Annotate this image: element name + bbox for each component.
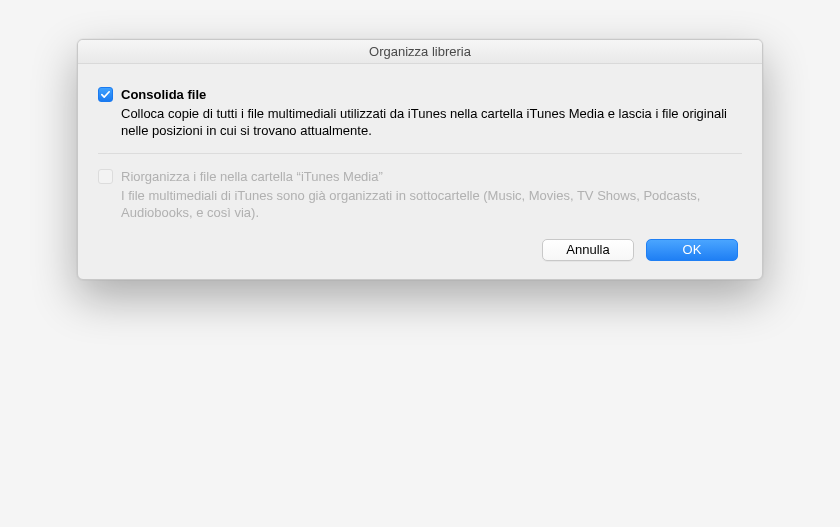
- reorganize-files-checkbox: [98, 169, 113, 184]
- consolidate-files-checkbox[interactable]: [98, 87, 113, 102]
- dialog-content: Consolida file Colloca copie di tutti i …: [78, 64, 762, 279]
- cancel-button[interactable]: Annulla: [542, 239, 634, 261]
- consolidate-files-label: Consolida file: [121, 86, 742, 103]
- reorganize-files-description: I file multimediali di iTunes sono già o…: [121, 185, 742, 221]
- organize-library-dialog: Organizza libreria Consolida file Colloc…: [77, 39, 763, 280]
- reorganize-files-label: Riorganizza i file nella cartella “iTune…: [121, 168, 742, 185]
- consolidate-files-description: Colloca copie di tutti i file multimedia…: [121, 103, 742, 139]
- checkmark-icon: [100, 89, 111, 100]
- ok-button[interactable]: OK: [646, 239, 738, 261]
- option-consolidate-files: Consolida file Colloca copie di tutti i …: [98, 80, 742, 149]
- option-divider: [98, 153, 742, 154]
- option-reorganize-files: Riorganizza i file nella cartella “iTune…: [98, 162, 742, 231]
- dialog-button-row: Annulla OK: [98, 231, 742, 265]
- dialog-title: Organizza libreria: [78, 40, 762, 64]
